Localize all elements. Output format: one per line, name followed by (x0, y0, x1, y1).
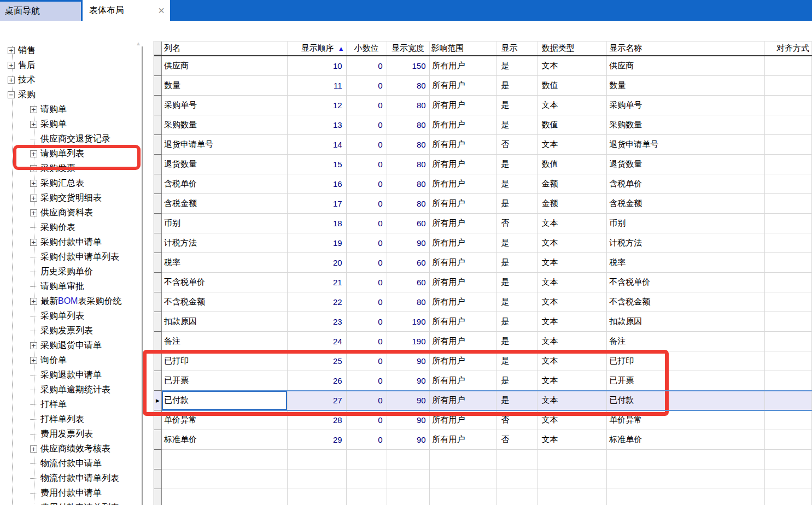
cell-width[interactable]: 90 (387, 430, 430, 450)
tree-item[interactable]: +销售 (0, 43, 154, 58)
cell-dtype[interactable]: 文本 (538, 214, 607, 233)
cell-name[interactable]: 已打印 (162, 351, 288, 371)
cell-name[interactable]: 含税金额 (162, 194, 288, 214)
cell-name[interactable]: 单价异常 (162, 410, 288, 430)
cell-dtype[interactable]: 文本 (538, 233, 607, 253)
cell-show[interactable]: 是 (496, 332, 538, 351)
cell-width[interactable]: 60 (387, 253, 430, 273)
cell-align[interactable] (765, 115, 812, 135)
cell-dtype[interactable]: 文本 (538, 351, 607, 371)
cell-dtype[interactable] (538, 469, 607, 489)
cell-dtype[interactable]: 数值 (538, 115, 607, 135)
cell-name[interactable]: 采购单号 (162, 96, 288, 115)
cell-align[interactable] (765, 371, 812, 391)
cell-scope[interactable]: 所有用户 (430, 233, 497, 253)
cell-dname[interactable]: 币别 (607, 214, 765, 233)
cell-scope[interactable]: 所有用户 (430, 391, 497, 410)
cell-name[interactable] (162, 469, 288, 489)
cell-show[interactable] (496, 450, 538, 469)
cell-align[interactable] (765, 292, 812, 312)
cell-dname[interactable]: 已付款 (607, 391, 765, 410)
expand-plus-icon[interactable]: + (30, 180, 37, 187)
cell-width[interactable]: 80 (387, 115, 430, 135)
cell-scope[interactable]: 所有用户 (430, 410, 497, 430)
tree-item[interactable]: 采购退款申请单 (0, 368, 154, 383)
cell-show[interactable]: 是 (496, 391, 538, 410)
cell-dtype[interactable]: 文本 (538, 312, 607, 332)
cell-scope[interactable] (430, 469, 497, 489)
cell-align[interactable] (765, 214, 812, 233)
cell-order[interactable]: 10 (288, 56, 347, 76)
cell-show[interactable]: 否 (496, 135, 538, 155)
cell-dec[interactable]: 0 (347, 174, 387, 194)
cell-show[interactable]: 是 (496, 351, 538, 371)
cell-show[interactable] (496, 489, 538, 505)
cell-name[interactable]: 含税单价 (162, 174, 288, 194)
cell-dname[interactable]: 标准单价 (607, 430, 765, 450)
cell-order[interactable]: 21 (288, 273, 347, 292)
cell-name[interactable] (162, 450, 288, 469)
cell-width[interactable]: 80 (387, 155, 430, 174)
cell-order[interactable]: 17 (288, 194, 347, 214)
cell-show[interactable]: 否 (496, 430, 538, 450)
tree-item[interactable]: +采购发票 (0, 161, 154, 176)
cell-dname[interactable]: 备注 (607, 332, 765, 351)
cell-dec[interactable]: 0 (347, 351, 387, 371)
cell-align[interactable] (765, 76, 812, 96)
tree-item[interactable]: 费用发票列表 (0, 427, 154, 442)
cell-scope[interactable]: 所有用户 (430, 332, 497, 351)
cell-scope[interactable]: 所有用户 (430, 155, 497, 174)
cell-name[interactable]: 计税方法 (162, 233, 288, 253)
column-header-scope[interactable]: 影响范围 (430, 42, 497, 55)
close-icon[interactable]: × (158, 5, 165, 16)
cell-width[interactable]: 90 (387, 233, 430, 253)
cell-dname[interactable] (607, 469, 765, 489)
cell-scope[interactable]: 所有用户 (430, 76, 497, 96)
cell-order[interactable] (288, 450, 347, 469)
row-indicator[interactable] (154, 174, 162, 194)
cell-width[interactable]: 80 (387, 194, 430, 214)
expand-plus-icon[interactable]: + (30, 239, 37, 246)
cell-dec[interactable]: 0 (347, 194, 387, 214)
row-indicator[interactable] (154, 273, 162, 292)
cell-align[interactable] (765, 391, 812, 410)
cell-order[interactable]: 22 (288, 292, 347, 312)
expand-plus-icon[interactable]: + (30, 121, 37, 128)
cell-scope[interactable]: 所有用户 (430, 253, 497, 273)
cell-order[interactable]: 14 (288, 135, 347, 155)
cell-dtype[interactable]: 金额 (538, 194, 607, 214)
column-header-align[interactable]: 对齐方式 (765, 42, 812, 55)
cell-align[interactable] (765, 96, 812, 115)
tree-item[interactable]: +请购单 (0, 102, 154, 117)
cell-dname[interactable]: 税率 (607, 253, 765, 273)
cell-show[interactable]: 是 (496, 96, 538, 115)
cell-width[interactable]: 90 (387, 410, 430, 430)
row-indicator[interactable] (154, 469, 162, 489)
cell-dtype[interactable]: 文本 (538, 273, 607, 292)
cell-name[interactable]: 采购数量 (162, 115, 288, 135)
cell-show[interactable]: 是 (496, 371, 538, 391)
cell-dtype[interactable] (538, 489, 607, 505)
tree-item[interactable]: −采购 (0, 87, 154, 102)
cell-align[interactable] (765, 233, 812, 253)
tree-item[interactable]: +采购单 (0, 117, 154, 132)
expand-plus-icon[interactable]: + (30, 209, 37, 216)
cell-name[interactable]: 供应商 (162, 56, 288, 76)
row-indicator[interactable] (154, 430, 162, 450)
cell-width[interactable]: 60 (387, 214, 430, 233)
cell-dec[interactable]: 0 (347, 233, 387, 253)
cell-width[interactable]: 90 (387, 391, 430, 410)
cell-scope[interactable] (430, 489, 497, 505)
cell-dname[interactable]: 不含税金额 (607, 292, 765, 312)
cell-scope[interactable] (430, 450, 497, 469)
cell-align[interactable] (765, 273, 812, 292)
cell-order[interactable]: 16 (288, 174, 347, 194)
cell-dname[interactable]: 不含税单价 (607, 273, 765, 292)
cell-width[interactable]: 60 (387, 273, 430, 292)
row-indicator[interactable] (154, 410, 162, 430)
tree-item[interactable]: +询价单 (0, 353, 154, 368)
tree-item[interactable]: +采购付款申请单 (0, 235, 154, 250)
cell-dec[interactable]: 0 (347, 96, 387, 115)
cell-width[interactable]: 80 (387, 135, 430, 155)
cell-name-active[interactable]: 已付款 (162, 391, 288, 410)
